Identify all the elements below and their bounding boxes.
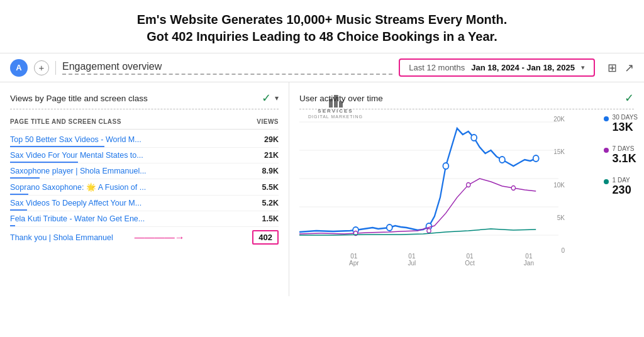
nav-avatar[interactable]: A [10, 59, 28, 77]
stat-dot [604, 116, 609, 121]
row-bar [10, 194, 28, 195]
table-row: Top 50 Better Sax Videos - World M... 29… [10, 132, 279, 148]
svg-point-6 [387, 224, 392, 231]
col-views-header: VIEWS [257, 118, 279, 125]
chart-area: 20K15K10K5K0 [299, 116, 634, 267]
svg-point-8 [443, 163, 448, 169]
svg-point-13 [427, 229, 431, 233]
row-bar [10, 146, 104, 147]
left-panel-header: Views by Page title and screen class ✓ ▾ [10, 91, 279, 109]
share-icon[interactable]: ↗ [625, 61, 634, 75]
activity-chart [299, 116, 558, 254]
row-views: 8.9K [253, 167, 279, 175]
x-axis-label: 01 Oct [465, 253, 475, 267]
arrow-icon: ————→ [130, 232, 253, 243]
svg-point-10 [499, 157, 505, 163]
stat-value: 13K [613, 121, 638, 134]
row-views: 21K [253, 151, 279, 160]
row-title: Fela Kuti Tribute - Water No Get Ene... [10, 214, 253, 223]
nav-action-icons: ⊞ ↗ [608, 61, 634, 75]
stat-label: 1 DAY [613, 177, 631, 184]
row-views: 5.2K [253, 199, 279, 207]
stat-dot [604, 148, 609, 153]
row-title: Soprano Saxophone: 🌟 A Fusion of ... [10, 182, 253, 192]
date-range-picker[interactable]: Last 12 months Jan 18, 2024 - Jan 18, 20… [399, 58, 595, 77]
stat-value: 230 [613, 184, 631, 197]
compare-icon[interactable]: ⊞ [608, 61, 617, 75]
right-panel: User activity over time ✓ SERVICES DIGIT… [289, 82, 644, 296]
row-title: Saxophone player | Shola Emmanuel... [10, 167, 253, 175]
stat-value: 3.1K [613, 152, 636, 165]
row-bar [10, 162, 78, 163]
table-row: Sax Videos To Deeply Affect Your M... 5.… [10, 196, 279, 211]
chevron-down-icon: ▾ [581, 64, 585, 72]
x-axis-label: 01 Jul [408, 253, 416, 267]
thank-you-row: Thank you | Shola Emmanuel ————→ 402 [10, 227, 279, 248]
headline-line2: Got 402 Inquiries Leading to 48 Choice B… [25, 28, 619, 45]
row-title: Sax Video For Your Mental States to... [10, 151, 253, 160]
table-row: Soprano Saxophone: 🌟 A Fusion of ... 5.5… [10, 179, 279, 196]
headline: Em's Website Generates 10,000+ Music Str… [0, 0, 644, 53]
svg-point-15 [511, 186, 515, 191]
stat-label: 30 DAYS [613, 114, 638, 121]
svg-point-14 [467, 183, 470, 187]
stat-label: 7 DAYS [613, 145, 636, 152]
table-row: Fela Kuti Tribute - Water No Get Ene... … [10, 211, 279, 227]
row-title: Sax Videos To Deeply Affect Your M... [10, 199, 253, 207]
left-panel: Views by Page title and screen class ✓ ▾… [0, 82, 289, 296]
row-bar [10, 177, 40, 179]
left-panel-title: Views by Page title and screen class [10, 94, 148, 103]
logo-text1: SERVICES [318, 108, 353, 114]
svg-point-9 [471, 135, 477, 141]
stat-item: 1 DAY 230 [604, 177, 638, 197]
row-views: 5.5K [253, 183, 279, 192]
table-row: Saxophone player | Shola Emmanuel... 8.9… [10, 163, 279, 179]
dropdown-arrow-icon[interactable]: ▾ [275, 94, 279, 102]
col-page-header: PAGE TITLE AND SCREEN CLASS [10, 118, 121, 125]
nav-divider [55, 61, 56, 75]
main-content: Views by Page title and screen class ✓ ▾… [0, 82, 644, 296]
row-views: 29K [253, 135, 279, 144]
stat-item: 7 DAYS 3.1K [604, 145, 638, 165]
row-bar [10, 225, 15, 226]
stats-area: 30 DAYS 13K 7 DAYS 3.1K 1 DAY 230 [604, 114, 638, 197]
highlighted-value: 402 [252, 230, 279, 245]
stat-dot [604, 179, 609, 184]
right-check-icon: ✓ [625, 91, 634, 105]
table-rows: Top 50 Better Sax Videos - World M... 29… [10, 132, 279, 227]
nav-add-button[interactable]: + [34, 60, 49, 75]
check-icon[interactable]: ✓ [262, 91, 271, 105]
stat-item: 30 DAYS 13K [604, 114, 638, 134]
navbar: A + Engagement overview Last 12 months J… [0, 53, 644, 82]
date-range-label: Last 12 months [409, 63, 465, 72]
x-axis-label: 01 Jan [524, 253, 534, 267]
row-title: Top 50 Better Sax Videos - World M... [10, 135, 253, 144]
nav-title: Engagement overview [62, 61, 392, 75]
table-row: Sax Video For Your Mental States to... 2… [10, 148, 279, 163]
panel-controls: ✓ ▾ [262, 91, 279, 105]
date-range-value: Jan 18, 2024 - Jan 18, 2025 [471, 63, 575, 72]
x-axis-label: 01 Apr [349, 253, 359, 267]
x-axis: 01 Apr01 Jul01 Oct01 Jan [325, 253, 558, 267]
headline-line1: Em's Website Generates 10,000+ Music Str… [25, 11, 619, 28]
row-views: 1.5K [253, 214, 279, 223]
svg-point-11 [533, 155, 539, 162]
row-bar [10, 209, 27, 211]
thank-you-title: Thank you | Shola Emmanuel [10, 233, 130, 242]
table-header: PAGE TITLE AND SCREEN CLASS VIEWS [10, 116, 279, 130]
